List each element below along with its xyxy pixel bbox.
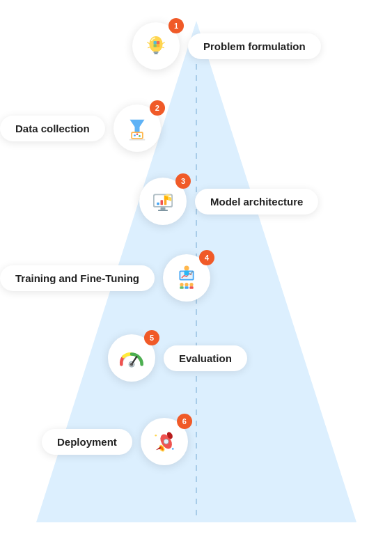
step-1-label: Problem formulation bbox=[203, 40, 306, 52]
svg-line-7 bbox=[148, 42, 150, 44]
svg-line-9 bbox=[148, 47, 150, 48]
svg-rect-21 bbox=[157, 203, 159, 205]
step-1: 1 Problem bbox=[132, 22, 321, 70]
step-4-icon-circle: 4 bbox=[163, 254, 210, 302]
data-icon bbox=[123, 114, 152, 143]
svg-rect-22 bbox=[161, 200, 164, 205]
svg-rect-2 bbox=[157, 41, 159, 44]
svg-point-43 bbox=[164, 439, 168, 444]
step-4: Training and Fine-Tuning 4 bbox=[0, 254, 210, 302]
svg-point-32 bbox=[180, 283, 183, 286]
svg-rect-1 bbox=[154, 41, 157, 44]
step-2-icon-circle: 2 bbox=[113, 104, 161, 152]
step-3: 3 Model architecture bbox=[139, 178, 318, 225]
svg-point-46 bbox=[155, 435, 157, 437]
step-5: 5 Evaluation bbox=[108, 334, 247, 382]
step-4-pill: Training and Fine-Tuning bbox=[0, 265, 155, 291]
step-1-pill: Problem formulation bbox=[188, 33, 321, 59]
step-2-pill: Data collection bbox=[0, 116, 105, 141]
svg-point-16 bbox=[139, 135, 141, 137]
training-icon bbox=[172, 263, 201, 292]
step-3-pill: Model architecture bbox=[195, 189, 318, 214]
svg-point-40 bbox=[130, 363, 134, 366]
svg-rect-4 bbox=[157, 44, 159, 47]
step-3-label: Model architecture bbox=[210, 196, 303, 208]
step-1-badge: 1 bbox=[168, 18, 184, 33]
step-2-label: Data collection bbox=[15, 123, 90, 134]
svg-rect-6 bbox=[154, 53, 157, 54]
step-1-icon-circle: 1 bbox=[132, 22, 180, 70]
svg-rect-13 bbox=[129, 139, 145, 141]
svg-rect-19 bbox=[161, 208, 166, 210]
step-5-label: Evaluation bbox=[179, 352, 232, 364]
step-4-badge: 4 bbox=[199, 250, 214, 265]
step-2: Data collection 2 bbox=[0, 104, 161, 152]
svg-rect-35 bbox=[180, 286, 183, 289]
step-5-pill: Evaluation bbox=[164, 345, 247, 371]
step-3-badge: 3 bbox=[175, 173, 191, 189]
svg-rect-30 bbox=[185, 271, 189, 276]
step-6-badge: 6 bbox=[177, 414, 192, 429]
svg-point-33 bbox=[185, 283, 188, 286]
svg-point-47 bbox=[172, 448, 174, 450]
svg-rect-3 bbox=[154, 44, 157, 47]
svg-point-48 bbox=[157, 449, 159, 451]
step-6: Deployment 6 bbox=[42, 418, 188, 465]
svg-rect-5 bbox=[154, 52, 159, 53]
main-container: 1 Problem bbox=[0, 0, 392, 546]
svg-point-15 bbox=[136, 133, 138, 135]
step-4-label: Training and Fine-Tuning bbox=[15, 272, 139, 284]
step-3-icon-circle: 3 bbox=[139, 178, 187, 225]
svg-rect-36 bbox=[185, 286, 188, 289]
gauge-icon bbox=[116, 343, 147, 373]
step-6-icon-circle: 6 bbox=[141, 418, 188, 465]
svg-rect-37 bbox=[189, 286, 193, 289]
model-icon bbox=[148, 187, 178, 216]
step-5-icon-circle: 5 bbox=[108, 334, 155, 382]
step-6-pill: Deployment bbox=[42, 429, 132, 455]
step-2-badge: 2 bbox=[150, 100, 165, 116]
svg-line-10 bbox=[162, 47, 164, 48]
lightbulb-icon bbox=[141, 31, 171, 61]
svg-point-29 bbox=[185, 266, 189, 271]
rocket-icon bbox=[150, 427, 179, 456]
step-5-badge: 5 bbox=[144, 330, 159, 345]
svg-point-14 bbox=[134, 134, 136, 136]
step-6-label: Deployment bbox=[57, 436, 117, 448]
svg-rect-20 bbox=[158, 210, 168, 211]
svg-point-34 bbox=[189, 283, 193, 286]
svg-line-8 bbox=[163, 42, 165, 44]
